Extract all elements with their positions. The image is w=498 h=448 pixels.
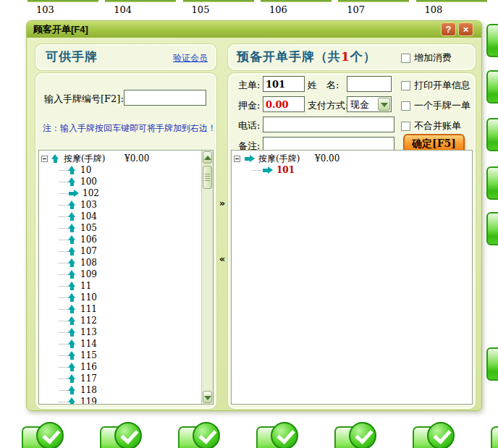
move-left-button[interactable]: « — [216, 253, 228, 264]
combo-dropdown-button[interactable] — [378, 98, 390, 111]
available-tags-tree: 按摩(手牌)¥0.0010100102103104105106107108109… — [38, 150, 214, 405]
payment-method-select[interactable]: 现金 — [347, 96, 392, 112]
tag-number-input[interactable] — [124, 90, 206, 106]
deposit-input[interactable] — [263, 96, 305, 112]
up-arrow-icon — [68, 305, 76, 313]
up-arrow-icon — [68, 200, 76, 209]
expand-toggle-icon[interactable] — [234, 156, 240, 162]
tree-item-label: 119 — [80, 397, 97, 405]
tree-item-label: 104 — [80, 211, 97, 221]
prepared-title-suffix: 个） — [350, 49, 376, 64]
move-right-arrow-icon — [244, 155, 254, 163]
tag-button-sliver — [105, 0, 176, 2]
enter-key-note: 注：输入手牌按回车键即可将手牌加到右边！ — [43, 122, 216, 135]
tree-item-row[interactable]: 106 — [39, 234, 213, 245]
tree-item-row[interactable]: 111 — [39, 303, 213, 315]
one-tag-one-bill-checkbox[interactable]: 一个手牌一单 — [401, 99, 470, 112]
tree-connector — [59, 205, 68, 206]
tree-item-label: 11 — [80, 281, 91, 291]
scroll-down-button[interactable] — [203, 391, 212, 403]
tree-item-label: 116 — [80, 362, 97, 372]
tree-item-row[interactable]: 100 — [39, 176, 213, 187]
tree-item-row[interactable]: 105 — [39, 222, 213, 234]
tree-item-label: 108 — [80, 258, 97, 268]
one-tag-one-bill-label: 一个手牌一单 — [414, 99, 470, 112]
add-consumption-checkbox[interactable]: 增加消费 — [401, 51, 452, 64]
tree-item-row[interactable]: 108 — [39, 257, 213, 269]
tree-item-row[interactable]: 118 — [39, 384, 213, 396]
add-consumption-label: 增加消费 — [414, 51, 452, 64]
no-merge-bill-checkbox[interactable]: 不合并账单 — [401, 119, 461, 132]
phone-input[interactable] — [263, 117, 394, 132]
tree-item-label: 115 — [80, 350, 97, 360]
no-merge-bill-label: 不合并账单 — [414, 119, 461, 132]
checkbox-icon — [401, 81, 410, 90]
prepared-tags-header-panel: 预备开单手牌（共1个） 增加消费 — [228, 44, 476, 70]
prepared-tags-tree: 按摩(手牌)¥0.00101 — [231, 150, 473, 405]
tree-item-row[interactable]: 109 — [39, 269, 213, 280]
move-right-button[interactable]: » — [216, 198, 228, 208]
tag-number-input-label: 输入手牌编号[F2]: — [44, 93, 124, 106]
scrollbar-thumb[interactable] — [203, 166, 212, 189]
tree-item-row[interactable]: 115 — [39, 350, 213, 361]
tree-item-row[interactable]: 117 — [39, 373, 213, 384]
tag-button-sliver — [261, 0, 332, 2]
tree-item-row[interactable]: 116 — [39, 361, 213, 373]
tree-item-row[interactable]: 101 — [232, 164, 472, 176]
tree-item-row[interactable]: 10 — [39, 164, 213, 176]
tag-check-button[interactable] — [100, 422, 151, 448]
tree-item-label: 118 — [80, 385, 97, 395]
tree-item-row[interactable]: 110 — [39, 292, 213, 303]
tag-check-button[interactable] — [178, 422, 229, 448]
tag-label: 107 — [347, 4, 365, 15]
expand-toggle-icon[interactable] — [41, 156, 48, 162]
tree-item-row[interactable]: 119 — [39, 396, 213, 405]
tag-check-button[interactable] — [334, 422, 385, 448]
tree-item-row[interactable]: 113 — [39, 326, 213, 338]
tag-check-button[interactable] — [491, 422, 498, 448]
tree-item-row[interactable]: 104 — [39, 211, 213, 222]
main-order-input[interactable] — [263, 76, 305, 92]
tree-item-row[interactable]: 11 — [39, 280, 213, 292]
help-button[interactable]: ? — [441, 22, 456, 36]
question-icon: ? — [446, 24, 452, 35]
tree-root-row[interactable]: 按摩(手牌)¥0.00 — [232, 153, 472, 164]
tree-scrollbar[interactable] — [201, 151, 213, 404]
dialog-titlebar[interactable]: 顾客开单[F4] ? × — [27, 21, 481, 38]
tag-button-sliver — [486, 24, 498, 57]
tag-label: 108 — [425, 4, 443, 15]
up-arrow-icon — [68, 293, 76, 302]
tree-item-row[interactable]: 112 — [39, 315, 213, 326]
tree-item-row[interactable]: 107 — [39, 245, 213, 257]
tag-check-button[interactable] — [256, 422, 307, 448]
tree-item-row[interactable]: 103 — [39, 199, 213, 211]
chevron-down-icon — [204, 396, 211, 400]
tag-check-button[interactable] — [413, 422, 463, 448]
scroll-up-button[interactable] — [203, 151, 212, 164]
close-button[interactable]: × — [458, 22, 473, 36]
up-arrow-icon — [68, 224, 76, 232]
tree-item-row[interactable]: 114 — [39, 338, 213, 350]
tag-square-icon — [491, 426, 498, 448]
tree-connector — [59, 402, 68, 402]
up-arrow-icon — [68, 212, 76, 221]
prepared-title-prefix: 预备开单手牌（共 — [237, 49, 341, 64]
print-info-checkbox[interactable]: 打印开单信息 — [401, 79, 470, 92]
tag-label: 106 — [269, 4, 287, 15]
tag-button-sliver — [338, 0, 409, 2]
tree-connector — [59, 251, 68, 252]
move-right-arrow-icon — [262, 166, 272, 174]
tag-button-sliver — [486, 347, 498, 381]
tree-root-row[interactable]: 按摩(手牌)¥0.00 — [39, 153, 213, 164]
tree-root-amount: ¥0.00 — [315, 153, 339, 164]
tag-label: 103 — [36, 4, 54, 15]
tag-button-sliver — [28, 0, 98, 2]
tag-check-button[interactable] — [22, 422, 72, 448]
move-right-arrow-icon — [68, 190, 78, 198]
tree-item-row[interactable]: 102 — [39, 187, 213, 199]
up-arrow-icon — [68, 339, 76, 348]
up-arrow-icon — [68, 177, 76, 186]
verify-member-link[interactable]: 验证会员 — [173, 52, 208, 64]
name-input[interactable] — [347, 76, 392, 92]
tree-connector — [59, 332, 68, 333]
